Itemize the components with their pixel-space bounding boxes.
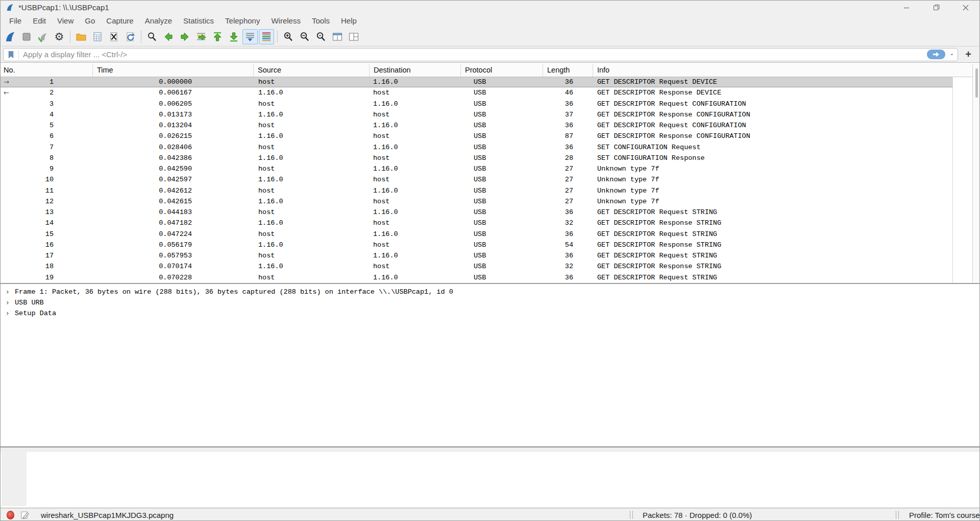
packet-row-9[interactable]: 90.042590host1.16.0USB27Unknown type 7f bbox=[1, 163, 952, 174]
packet-row-14[interactable]: 140.0471821.16.0hostUSB32GET DESCRIPTOR … bbox=[1, 218, 952, 228]
minimize-button[interactable] bbox=[892, 1, 921, 14]
cell-protocol: USB bbox=[461, 163, 543, 174]
menu-item-edit[interactable]: Edit bbox=[27, 14, 52, 27]
column-header-destination[interactable]: Destination bbox=[370, 64, 461, 77]
start-capture-button[interactable] bbox=[3, 29, 18, 44]
packet-row-13[interactable]: 130.044183host1.16.0USB36GET DESCRIPTOR … bbox=[1, 207, 952, 218]
packet-list-scrollbar[interactable] bbox=[972, 64, 980, 283]
menu-item-statistics[interactable]: Statistics bbox=[178, 14, 219, 27]
window-title: *USBPcap1: \\.\USBPcap1 bbox=[18, 3, 109, 12]
cell-info: SET CONFIGURATION Request bbox=[593, 142, 953, 153]
cell-destination: host bbox=[370, 131, 461, 141]
pencil-icon bbox=[20, 510, 30, 519]
cell-length: 27 bbox=[543, 185, 593, 196]
packet-row-11[interactable]: 110.042612host1.16.0USB27Unknown type 7f bbox=[1, 185, 952, 196]
cell-length: 32 bbox=[543, 261, 593, 272]
colorize-toggle[interactable] bbox=[259, 29, 274, 44]
packet-row-4[interactable]: 40.0131731.16.0hostUSB37GET DESCRIPTOR R… bbox=[1, 109, 952, 120]
cell-no: 19 bbox=[1, 272, 93, 283]
detail-line-setup-data[interactable]: › Setup Data bbox=[1, 308, 980, 319]
arrow-right-icon: → bbox=[4, 77, 9, 87]
packet-row-17[interactable]: 170.057953host1.16.0USB36GET DESCRIPTOR … bbox=[1, 250, 952, 261]
menu-item-telephony[interactable]: Telephony bbox=[219, 14, 265, 27]
packet-row-5[interactable]: 50.013204host1.16.0USB36GET DESCRIPTOR R… bbox=[1, 120, 952, 131]
restart-capture-button[interactable] bbox=[35, 29, 51, 44]
zoom-in-button[interactable] bbox=[281, 29, 296, 44]
cell-length: 36 bbox=[543, 272, 593, 283]
zoom-out-button[interactable] bbox=[297, 29, 312, 44]
stop-capture-button[interactable] bbox=[19, 29, 34, 44]
close-file-button[interactable] bbox=[106, 29, 121, 44]
find-packet-button[interactable] bbox=[144, 29, 160, 44]
bookmark-icon[interactable] bbox=[7, 50, 15, 59]
menu-item-tools[interactable]: Tools bbox=[306, 14, 335, 27]
capture-options-button[interactable]: ⚙ bbox=[52, 29, 67, 44]
packet-row-18[interactable]: 180.0701741.16.0hostUSB32GET DESCRIPTOR … bbox=[1, 261, 952, 272]
colorize-icon bbox=[260, 31, 273, 43]
close-icon bbox=[963, 5, 969, 11]
auto-scroll-icon bbox=[244, 31, 256, 43]
cell-time: 0.070228 bbox=[93, 272, 254, 283]
menu-item-file[interactable]: File bbox=[4, 14, 27, 27]
menu-item-analyze[interactable]: Analyze bbox=[139, 14, 178, 27]
packet-row-15[interactable]: 150.047224host1.16.0USB36GET DESCRIPTOR … bbox=[1, 229, 952, 240]
profile-label[interactable]: Profile: Tom's course bbox=[909, 511, 979, 519]
cell-info: GET DESCRIPTOR Request STRING bbox=[593, 207, 953, 218]
column-header-source[interactable]: Source bbox=[254, 64, 370, 77]
shark-fin-icon bbox=[4, 31, 16, 43]
cell-protocol: USB bbox=[461, 218, 543, 228]
cell-source: 1.16.0 bbox=[254, 261, 370, 272]
go-to-packet-button[interactable] bbox=[193, 29, 209, 44]
cell-length: 36 bbox=[543, 77, 593, 87]
open-file-button[interactable] bbox=[74, 29, 89, 44]
column-header-info[interactable]: Info bbox=[593, 64, 972, 77]
column-header-time[interactable]: Time bbox=[93, 64, 254, 77]
packet-row-7[interactable]: 70.028406host1.16.0USB36SET CONFIGURATIO… bbox=[1, 142, 952, 153]
auto-scroll-toggle[interactable] bbox=[242, 29, 258, 44]
packet-row-2[interactable]: 2←0.0061671.16.0hostUSB46GET DESCRIPTOR … bbox=[1, 87, 952, 98]
apply-filter-button[interactable] bbox=[927, 50, 945, 59]
column-header-protocol[interactable]: Protocol bbox=[461, 64, 543, 77]
close-file-icon bbox=[108, 31, 120, 43]
scrollbar-thumb[interactable] bbox=[975, 68, 978, 98]
menu-item-capture[interactable]: Capture bbox=[101, 14, 139, 27]
capture-comment-button[interactable] bbox=[20, 510, 30, 519]
display-filter-input[interactable] bbox=[22, 50, 927, 59]
packet-row-1[interactable]: 1→0.000000host1.16.0USB36GET DESCRIPTOR … bbox=[1, 77, 952, 87]
packet-row-10[interactable]: 100.0425971.16.0hostUSB27Unknown type 7f bbox=[1, 174, 952, 185]
menu-item-view[interactable]: View bbox=[52, 14, 79, 27]
column-header-length[interactable]: Length bbox=[543, 64, 593, 77]
packet-row-6[interactable]: 60.0262151.16.0hostUSB87GET DESCRIPTOR R… bbox=[1, 131, 952, 141]
resize-columns-button[interactable] bbox=[330, 29, 345, 44]
packet-list-header: No.TimeSourceDestinationProtocolLengthIn… bbox=[1, 64, 972, 77]
packet-row-3[interactable]: 30.006205host1.16.0USB36GET DESCRIPTOR R… bbox=[1, 99, 952, 109]
reload-file-button[interactable] bbox=[122, 29, 138, 44]
restore-button[interactable] bbox=[921, 1, 951, 14]
menu-item-go[interactable]: Go bbox=[79, 14, 101, 27]
packet-row-12[interactable]: 120.0426151.16.0hostUSB27Unknown type 7f bbox=[1, 196, 952, 207]
detail-line-usb-urb[interactable]: › USB URB bbox=[1, 297, 980, 308]
detail-line-frame[interactable]: › Frame 1: Packet, 36 bytes on wire (288… bbox=[1, 287, 980, 297]
normal-size-button[interactable] bbox=[313, 29, 329, 44]
packet-row-8[interactable]: 80.0423861.16.0hostUSB28SET CONFIGURATIO… bbox=[1, 153, 952, 163]
menu-item-help[interactable]: Help bbox=[335, 14, 362, 27]
add-filter-button[interactable]: + bbox=[961, 48, 975, 61]
column-header-no[interactable]: No. bbox=[1, 64, 93, 77]
go-first-packet-button[interactable] bbox=[210, 29, 225, 44]
go-last-packet-button[interactable] bbox=[226, 29, 241, 44]
packet-row-16[interactable]: 160.0561791.16.0hostUSB54GET DESCRIPTOR … bbox=[1, 240, 952, 250]
normal-size-icon bbox=[315, 31, 327, 43]
capture-recording-icon[interactable] bbox=[7, 511, 14, 519]
filter-history-dropdown[interactable] bbox=[947, 49, 957, 60]
cell-time: 0.057953 bbox=[93, 250, 254, 261]
go-back-button[interactable] bbox=[161, 29, 176, 44]
go-forward-button[interactable] bbox=[177, 29, 192, 44]
close-button[interactable] bbox=[951, 1, 980, 14]
bytes-pane-strip bbox=[1, 447, 980, 452]
save-icon bbox=[91, 31, 104, 43]
menu-item-wireless[interactable]: Wireless bbox=[265, 14, 306, 27]
cell-source: host bbox=[254, 207, 370, 218]
reset-layout-button[interactable] bbox=[346, 29, 361, 44]
packet-row-19[interactable]: 190.070228host1.16.0USB36GET DESCRIPTOR … bbox=[1, 272, 952, 283]
save-file-button[interactable] bbox=[90, 29, 105, 44]
